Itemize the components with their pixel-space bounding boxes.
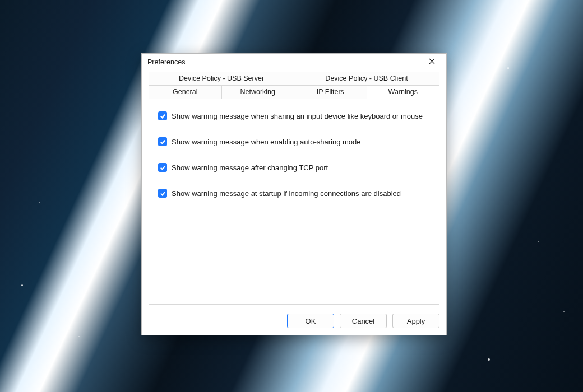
tab-warnings[interactable]: Warnings <box>367 86 440 99</box>
cancel-button[interactable]: Cancel <box>340 314 387 328</box>
option-startup-connections-warning[interactable]: Show warning message at startup if incom… <box>158 189 430 198</box>
tab-label: Device Policy - USB Server <box>179 74 264 82</box>
option-input-device-warning[interactable]: Show warning message when sharing an inp… <box>158 111 430 120</box>
tab-label: IP Filters <box>317 88 344 96</box>
button-label: OK <box>306 317 316 325</box>
checkbox-checked-icon[interactable] <box>158 111 167 120</box>
tab-device-policy-usb-client[interactable]: Device Policy - USB Client <box>294 72 439 86</box>
option-label: Show warning message when sharing an inp… <box>172 112 423 120</box>
option-auto-share-warning[interactable]: Show warning message when enabling auto-… <box>158 137 430 146</box>
close-button[interactable] <box>420 55 443 69</box>
tab-page-warnings: Show warning message when sharing an inp… <box>149 99 439 305</box>
button-label: Cancel <box>352 317 374 325</box>
option-label: Show warning message after changing TCP … <box>172 164 328 172</box>
tab-device-policy-usb-server[interactable]: Device Policy - USB Server <box>149 72 294 86</box>
tab-general[interactable]: General <box>149 86 222 99</box>
option-tcp-port-warning[interactable]: Show warning message after changing TCP … <box>158 163 430 172</box>
dialog-title: Preferences <box>147 58 420 66</box>
option-label: Show warning message at startup if incom… <box>172 189 401 198</box>
tab-label: Networking <box>240 88 275 96</box>
tab-label: Warnings <box>388 88 418 96</box>
preferences-dialog: Preferences Device Policy - USB Server D… <box>141 53 447 335</box>
dialog-button-row: OK Cancel Apply <box>142 310 446 335</box>
titlebar[interactable]: Preferences <box>142 54 446 71</box>
checkbox-checked-icon[interactable] <box>158 189 167 198</box>
close-icon <box>429 58 435 66</box>
button-label: Apply <box>407 317 425 325</box>
checkbox-checked-icon[interactable] <box>158 137 167 146</box>
tabstrip: Device Policy - USB Server Device Policy… <box>149 72 439 99</box>
checkbox-checked-icon[interactable] <box>158 163 167 172</box>
ok-button[interactable]: OK <box>287 314 334 328</box>
tab-label: Device Policy - USB Client <box>325 74 408 82</box>
desktop-background: Preferences Device Policy - USB Server D… <box>0 0 583 392</box>
tab-networking[interactable]: Networking <box>222 86 295 99</box>
tab-ip-filters[interactable]: IP Filters <box>294 86 367 99</box>
tab-label: General <box>173 88 197 96</box>
apply-button[interactable]: Apply <box>392 314 439 328</box>
dialog-body: Device Policy - USB Server Device Policy… <box>142 71 446 310</box>
option-label: Show warning message when enabling auto-… <box>172 138 361 146</box>
